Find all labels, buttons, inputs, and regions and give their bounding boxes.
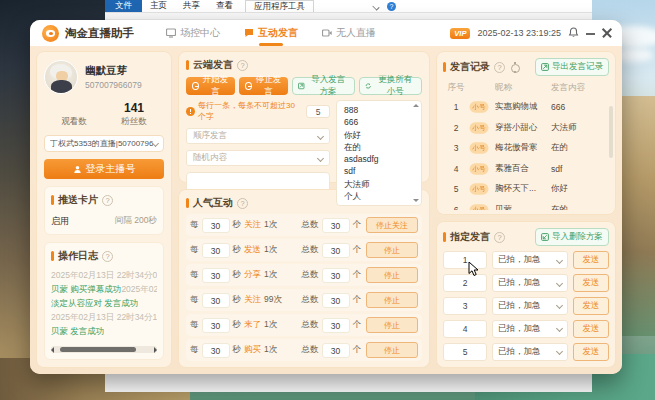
sequence-input[interactable]: 4 xyxy=(443,320,487,338)
send-button[interactable]: 发送 xyxy=(573,320,609,338)
question-icon[interactable]: ? xyxy=(102,251,113,262)
login-streamer-button[interactable]: 登录主播号 xyxy=(44,159,164,179)
records-scrollbar[interactable] xyxy=(609,106,613,158)
stop-follow-button[interactable]: 停止关注 xyxy=(366,217,418,233)
room-select[interactable]: 丁权武5353的直播|507007966079 xyxy=(44,135,164,152)
tab-scene-control[interactable]: 场控中心 xyxy=(166,20,220,46)
stop-button[interactable]: 停止 xyxy=(366,242,418,258)
message-type-select[interactable]: 已拍，加急 xyxy=(492,251,568,269)
scroll-up-icon[interactable] xyxy=(413,104,419,107)
send-button[interactable]: 发送 xyxy=(573,274,609,292)
sequence-input[interactable]: 3 xyxy=(443,297,487,315)
stop-button[interactable]: 停止 xyxy=(366,267,418,283)
question-icon[interactable]: ? xyxy=(237,198,248,209)
import-label: 导入发言方案 xyxy=(308,74,349,98)
help-icon[interactable]: ? xyxy=(387,2,396,11)
stop-button[interactable]: 停止 xyxy=(366,342,418,358)
interval-input[interactable]: 30 xyxy=(202,293,230,308)
sec-label: 秒 xyxy=(233,219,242,231)
import-speech-plan-button[interactable]: 导入发言方案 xyxy=(292,77,355,95)
message-item[interactable]: 大法师 xyxy=(344,178,417,190)
interval-input[interactable]: 30 xyxy=(202,218,230,233)
stat-label: 观看数 xyxy=(44,116,104,128)
total-label: 总数 xyxy=(302,344,319,356)
total-label: 总数 xyxy=(302,319,319,331)
message-type-select[interactable]: 已拍，加急 xyxy=(492,343,568,361)
scroll-down-icon[interactable] xyxy=(413,199,419,202)
count-input[interactable]: 5 xyxy=(306,105,330,118)
swap-accounts-button[interactable]: 更换所有小号 xyxy=(359,77,422,95)
start-speech-button[interactable]: 开始发言 xyxy=(186,77,235,95)
tab-interactive-speech[interactable]: 互动发言 xyxy=(244,20,298,46)
bell-icon[interactable] xyxy=(568,24,579,42)
menu-file[interactable]: 文件 xyxy=(105,0,142,12)
table-row[interactable]: 5 小号 胸怀天下... 你好 xyxy=(443,179,609,200)
question-icon[interactable]: ? xyxy=(494,62,505,73)
message-item[interactable]: asdasdfg xyxy=(344,153,417,165)
ribbon-collapse-icon[interactable] xyxy=(372,3,379,10)
question-icon[interactable]: ? xyxy=(102,195,113,206)
push-enable-label[interactable]: 启用 xyxy=(51,215,69,228)
scrollbar-thumb[interactable] xyxy=(60,347,136,352)
message-type-select[interactable]: 已拍，加急 xyxy=(492,320,568,338)
message-type-select[interactable]: 已拍，加急 xyxy=(492,274,568,292)
row-content: sdf xyxy=(551,164,609,174)
message-item[interactable]: 你好 xyxy=(344,129,417,141)
menu-home[interactable]: 主页 xyxy=(142,0,175,12)
stop-speech-button[interactable]: 停止发言 xyxy=(239,77,288,95)
row-no: 4 xyxy=(443,164,469,174)
row-no: 1 xyxy=(443,102,469,112)
alt-account-badge: 小号 xyxy=(470,184,489,195)
table-row[interactable]: 4 小号 素雅百合 sdf xyxy=(443,159,609,180)
tab-unmanned-live[interactable]: 无人直播 xyxy=(322,20,376,46)
message-type-select[interactable]: 已拍，加急 xyxy=(492,297,568,315)
question-icon[interactable]: ? xyxy=(494,232,505,243)
close-icon[interactable] xyxy=(602,28,612,38)
total-input[interactable]: 30 xyxy=(322,218,350,233)
scroll-right-icon[interactable] xyxy=(154,347,157,353)
random-content-select[interactable]: 随机内容 xyxy=(186,150,330,166)
total-input[interactable]: 30 xyxy=(322,318,350,333)
total-input[interactable]: 30 xyxy=(322,293,350,308)
every-label: 每 xyxy=(190,219,199,231)
menu-view[interactable]: 查看 xyxy=(208,0,241,12)
message-item[interactable]: 在的 xyxy=(344,141,417,153)
table-row[interactable]: 6 小号 贝蒙 在的 xyxy=(443,200,609,211)
message-item[interactable]: 888 xyxy=(344,104,417,116)
export-records-button[interactable]: 导出发言记录 xyxy=(535,58,609,76)
send-button[interactable]: 发送 xyxy=(573,297,609,315)
menu-app-tools[interactable]: 应用程序工具 xyxy=(245,0,314,12)
chat-icon xyxy=(244,28,254,38)
order-select[interactable]: 顺序发言 xyxy=(186,128,330,144)
row-content: 在的 xyxy=(551,142,609,154)
total-input[interactable]: 30 xyxy=(322,243,350,258)
table-row[interactable]: 2 小号 穿搭小甜心 大法师 xyxy=(443,118,609,139)
gear-icon[interactable] xyxy=(509,62,520,73)
send-button[interactable]: 发送 xyxy=(573,343,609,361)
stop-button[interactable]: 停止 xyxy=(366,292,418,308)
message-item[interactable]: 个人 xyxy=(344,190,417,202)
message-item[interactable]: sdf xyxy=(344,165,417,177)
interval-input[interactable]: 30 xyxy=(202,268,230,283)
total-input[interactable]: 30 xyxy=(322,268,350,283)
import-delete-plan-button[interactable]: 导入删除方案 xyxy=(535,228,609,246)
table-row[interactable]: 1 小号 实惠购物城 666 xyxy=(443,97,609,118)
sec-label: 秒 xyxy=(233,294,242,306)
popularity-panel: 人气互动 ? 每 30 秒 关注 1次 总数 30 个 xyxy=(178,189,430,368)
message-item[interactable]: 666 xyxy=(344,116,417,128)
total-input[interactable]: 30 xyxy=(322,343,350,358)
interval-input[interactable]: 30 xyxy=(202,343,230,358)
log-horizontal-scrollbar[interactable] xyxy=(51,346,157,353)
table-row[interactable]: 3 小号 梅花傲骨寒 在的 xyxy=(443,138,609,159)
scroll-left-icon[interactable] xyxy=(51,347,54,353)
stop-button[interactable]: 停止 xyxy=(366,317,418,333)
log-success: 贝蒙 购买弹幕成功 xyxy=(51,284,121,294)
interval-input[interactable]: 30 xyxy=(202,318,230,333)
interval-input[interactable]: 30 xyxy=(202,243,230,258)
send-button[interactable]: 发送 xyxy=(573,251,609,269)
menu-share[interactable]: 共享 xyxy=(175,0,208,12)
question-icon[interactable]: ? xyxy=(237,60,248,71)
message-list[interactable]: 888 666 你好 在的 asdasdfg sdf 大法师 个人 xyxy=(336,100,422,206)
minimize-icon[interactable] xyxy=(586,33,595,35)
sequence-input[interactable]: 5 xyxy=(443,343,487,361)
